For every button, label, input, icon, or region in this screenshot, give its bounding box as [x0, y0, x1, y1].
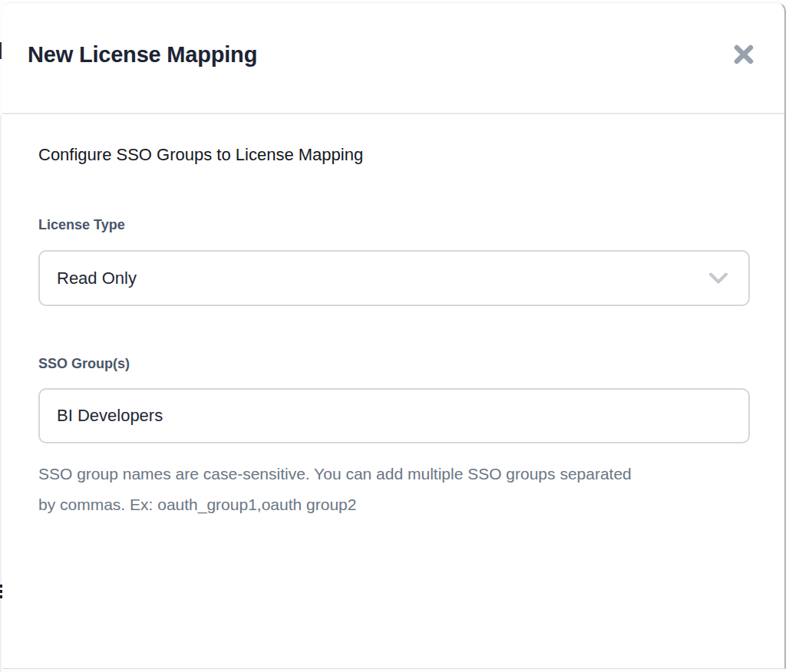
- chevron-down-icon: [708, 272, 728, 285]
- sso-groups-help-text: SSO group names are case-sensitive. You …: [38, 459, 637, 520]
- chevron-down-stroke: [711, 274, 726, 282]
- background-content-fragment: [0, 42, 2, 59]
- sso-groups-input[interactable]: [38, 388, 750, 443]
- license-type-selected-value: Read Only: [57, 268, 137, 288]
- new-license-mapping-dialog: New License Mapping Configure SSO Groups…: [2, 2, 786, 669]
- license-type-select[interactable]: Read Only: [38, 250, 750, 306]
- close-button[interactable]: [731, 42, 756, 67]
- license-type-label: License Type: [38, 215, 125, 235]
- dialog-subtitle: Configure SSO Groups to License Mapping: [38, 143, 363, 166]
- header-divider: [2, 113, 784, 114]
- background-page-edge: [0, 115, 2, 672]
- close-icon: [732, 43, 755, 66]
- close-icon-strokes: [737, 48, 751, 61]
- dialog-title: New License Mapping: [28, 39, 257, 70]
- page-background: New License Mapping Configure SSO Groups…: [0, 0, 789, 672]
- sso-groups-label: SSO Group(s): [38, 354, 130, 374]
